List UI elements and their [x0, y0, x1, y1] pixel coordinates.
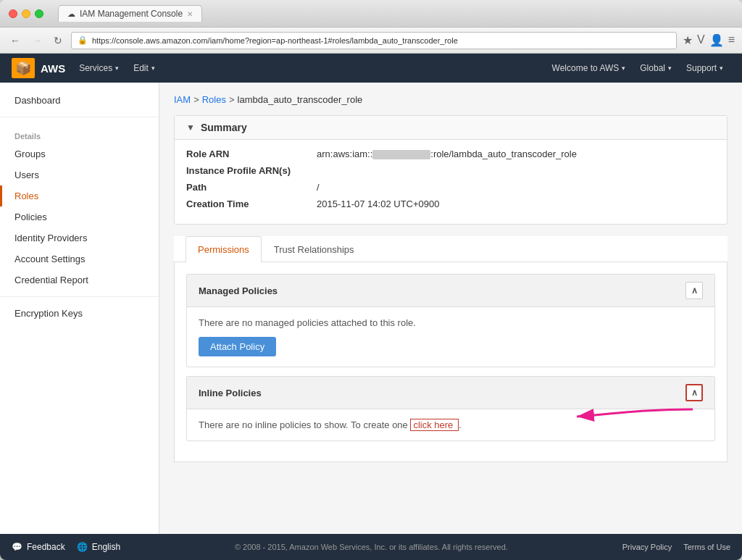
close-button[interactable]	[9, 9, 17, 18]
sidebar-item-account-settings[interactable]: Account Settings	[0, 248, 159, 269]
menu-icon[interactable]: ≡	[728, 33, 735, 47]
sidebar-item-encryption-keys[interactable]: Encryption Keys	[0, 303, 159, 324]
footer-copyright: © 2008 - 2015, Amazon Web Services, Inc.…	[120, 543, 622, 551]
role-arn-value: arn:aws:iam:::role/lambda_auto_transcode…	[317, 149, 577, 159]
traffic-lights	[9, 9, 43, 18]
minimize-button[interactable]	[22, 9, 30, 18]
lang-icon: 🌐	[77, 542, 88, 552]
sidebar-divider-2	[0, 296, 159, 297]
aws-brand[interactable]: AWS	[41, 62, 65, 75]
path-value: /	[317, 182, 320, 193]
tab-close-icon[interactable]: ✕	[187, 10, 193, 18]
breadcrumb-roles-link[interactable]: Roles	[202, 94, 226, 105]
tab-permissions[interactable]: Permissions	[186, 236, 262, 262]
account-icon[interactable]: 👤	[709, 33, 724, 47]
summary-body: Role ARN arn:aws:iam:::role/lambda_auto_…	[175, 140, 727, 224]
footer-left: 💬 Feedback 🌐 English	[12, 542, 120, 552]
toolbar-icons: ★ V 👤 ≡	[683, 33, 735, 47]
sidebar-item-users[interactable]: Users	[0, 164, 159, 185]
maximize-button[interactable]	[35, 9, 43, 18]
footer-language-selector[interactable]: 🌐 English	[77, 542, 120, 552]
breadcrumb-sep1: >	[193, 94, 199, 105]
sidebar-item-roles[interactable]: Roles	[0, 185, 159, 206]
inline-policies-collapse-btn[interactable]: ∧	[685, 384, 703, 401]
tab-favicon: ☁	[67, 9, 75, 19]
tabs-and-content: Permissions Trust Relationships Managed …	[174, 236, 728, 462]
privacy-policy-link[interactable]: Privacy Policy	[622, 543, 672, 551]
url-text: https://console.aws.amazon.com/iam/home?…	[92, 36, 458, 45]
role-arn-row: Role ARN arn:aws:iam:::role/lambda_auto_…	[186, 149, 715, 159]
managed-policies-header: Managed Policies ∧	[187, 275, 714, 307]
lang-label: English	[92, 542, 120, 552]
ssl-lock-icon: 🔒	[78, 35, 88, 45]
edit-caret: ▾	[151, 64, 155, 72]
back-button[interactable]: ←	[7, 32, 23, 49]
feedback-icon: 💬	[12, 542, 22, 552]
managed-policies-title: Managed Policies	[199, 285, 278, 296]
managed-policies-empty-text: There are no managed policies attached t…	[199, 317, 703, 328]
tab-trust-relationships[interactable]: Trust Relationships	[262, 236, 367, 262]
services-dropdown[interactable]: Services ▾	[72, 59, 126, 78]
click-here-link[interactable]: click here	[410, 419, 459, 431]
inline-policies-header: Inline Policies ∧	[187, 377, 714, 409]
sidebar-divider-1	[0, 117, 159, 117]
sidebar-item-dashboard[interactable]: Dashboard	[0, 90, 159, 111]
forward-button[interactable]: →	[29, 32, 45, 49]
tab-title: IAM Management Console	[80, 9, 183, 19]
sidebar: Dashboard Details Groups Users Roles Pol…	[0, 83, 159, 534]
role-arn-label: Role ARN	[186, 149, 317, 159]
path-label: Path	[186, 182, 317, 193]
path-row: Path /	[186, 182, 715, 193]
browser-tab[interactable]: ☁ IAM Management Console ✕	[58, 5, 202, 22]
arn-redacted	[372, 150, 430, 159]
creation-time-label: Creation Time	[186, 198, 317, 209]
browser-toolbar: ← → ↻ 🔒 https://console.aws.amazon.com/i…	[0, 28, 742, 54]
sidebar-item-policies[interactable]: Policies	[0, 206, 159, 227]
summary-title: Summary	[201, 122, 247, 133]
breadcrumb-current: lambda_auto_transcoder_role	[238, 94, 363, 105]
aws-logo[interactable]: 📦	[12, 58, 35, 78]
sidebar-item-groups[interactable]: Groups	[0, 143, 159, 164]
creation-time-value: 2015-11-07 14:02 UTC+0900	[317, 198, 439, 209]
footer-feedback-link[interactable]: 💬 Feedback	[12, 542, 65, 552]
bookmark-icon[interactable]: ★	[683, 33, 693, 47]
permissions-tab-content: Managed Policies ∧ There are no managed …	[174, 262, 728, 462]
summary-collapse-icon[interactable]: ▼	[186, 122, 195, 133]
managed-policies-body: There are no managed policies attached t…	[187, 307, 714, 367]
managed-policies-collapse-btn[interactable]: ∧	[685, 282, 703, 299]
browser-window: ☁ IAM Management Console ✕ ← → ↻ 🔒 https…	[0, 0, 742, 560]
sidebar-item-credential-report[interactable]: Credential Report	[0, 269, 159, 291]
support-dropdown[interactable]: Support ▾	[679, 59, 730, 78]
tabs-container: Permissions Trust Relationships	[174, 236, 728, 262]
aws-nav: 📦 AWS ▾ Services ▾ Edit ▾ Welcome to AWS…	[0, 54, 742, 83]
creation-time-row: Creation Time 2015-11-07 14:02 UTC+0900	[186, 198, 715, 209]
managed-policies-section: Managed Policies ∧ There are no managed …	[186, 274, 715, 367]
summary-card: ▼ Summary Role ARN arn:aws:iam:::role/la…	[174, 115, 728, 225]
viber-icon[interactable]: V	[697, 33, 705, 47]
browser-titlebar: ☁ IAM Management Console ✕	[0, 0, 742, 28]
inline-period: .	[459, 419, 462, 430]
instance-profile-label: Instance Profile ARN(s)	[186, 165, 317, 176]
feedback-label: Feedback	[27, 542, 65, 552]
inline-policies-title: Inline Policies	[199, 388, 262, 398]
sidebar-section-details: Details	[0, 123, 159, 143]
aws-logo-icon: 📦	[15, 60, 31, 76]
breadcrumb-iam-link[interactable]: IAM	[174, 94, 191, 105]
breadcrumb-sep2: >	[229, 94, 235, 105]
terms-of-service-link[interactable]: Terms of Use	[683, 543, 730, 551]
footer: 💬 Feedback 🌐 English © 2008 - 2015, Amaz…	[0, 534, 742, 560]
summary-header: ▼ Summary	[175, 116, 727, 140]
refresh-button[interactable]: ↻	[51, 32, 65, 49]
main-layout: Dashboard Details Groups Users Roles Pol…	[0, 83, 742, 534]
footer-right: Privacy Policy Terms of Use	[622, 543, 730, 551]
breadcrumb: IAM > Roles > lambda_auto_transcoder_rol…	[174, 94, 728, 105]
inline-policies-empty-text: There are no inline policies to show. To…	[199, 419, 410, 430]
inline-policies-body: There are no inline policies to show. To…	[187, 409, 714, 440]
inline-policies-section: Inline Policies ∧ There are no inline po…	[186, 376, 715, 441]
attach-policy-button[interactable]: Attach Policy	[199, 337, 276, 356]
address-bar[interactable]: 🔒 https://console.aws.amazon.com/iam/hom…	[71, 32, 677, 49]
sidebar-item-identity-providers[interactable]: Identity Providers	[0, 227, 159, 248]
edit-dropdown[interactable]: Edit ▾	[126, 59, 162, 78]
global-dropdown[interactable]: Global ▾	[633, 59, 679, 78]
welcome-dropdown[interactable]: Welcome to AWS ▾	[545, 59, 633, 78]
